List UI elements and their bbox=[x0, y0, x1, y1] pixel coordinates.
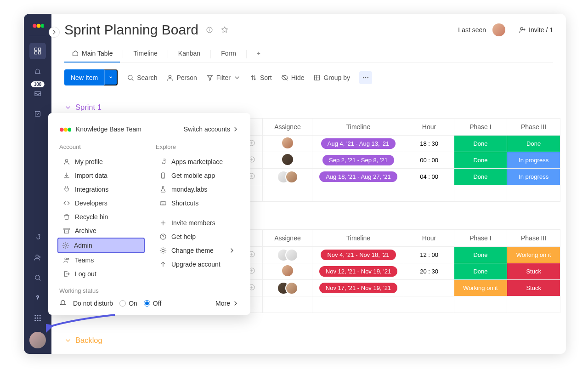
archive-icon bbox=[63, 227, 70, 234]
timeline-cell[interactable]: Aug 4, '21 - Aug 13, '21 bbox=[312, 136, 404, 152]
hour-cell[interactable]: 00 : 00 bbox=[404, 152, 454, 169]
timeline-cell[interactable]: Nov 12, '21 - Nov 19, '21 bbox=[312, 263, 404, 280]
invite-members-button[interactable] bbox=[29, 249, 46, 266]
phase3-cell[interactable]: In progress bbox=[507, 169, 560, 185]
menu-apps-marketplace[interactable]: Apps marketplace bbox=[156, 155, 239, 169]
phase1-cell[interactable]: Done bbox=[454, 263, 507, 280]
svg-point-9 bbox=[35, 275, 40, 279]
person-filter[interactable]: Person bbox=[166, 74, 197, 81]
my-work-button[interactable] bbox=[29, 105, 46, 122]
assignee-cell[interactable] bbox=[263, 152, 312, 169]
new-item-dropdown[interactable] bbox=[104, 69, 118, 85]
code-icon bbox=[63, 199, 70, 207]
tab-kanban[interactable]: Kanban bbox=[171, 46, 208, 63]
phase1-cell[interactable]: Working on it bbox=[454, 280, 507, 296]
switch-accounts-button[interactable]: Switch accounts bbox=[184, 125, 239, 133]
phase1-cell[interactable]: Done bbox=[454, 136, 507, 152]
search-button[interactable] bbox=[29, 269, 46, 286]
tab-main-table[interactable]: Main Table bbox=[64, 46, 120, 63]
assignee-cell[interactable] bbox=[263, 169, 312, 185]
menu-shortcuts[interactable]: Shortcuts bbox=[156, 196, 239, 210]
hour-cell[interactable]: 20 : 30 bbox=[404, 263, 454, 280]
col-phase1[interactable]: Phase I bbox=[454, 119, 507, 136]
phase3-cell[interactable]: Stuck bbox=[507, 280, 560, 296]
col-assignee[interactable]: Assignee bbox=[263, 119, 312, 136]
menu-integrations[interactable]: Integrations bbox=[59, 182, 143, 196]
col-hour[interactable]: Hour bbox=[404, 119, 454, 136]
filter-action[interactable]: Filter bbox=[206, 74, 241, 81]
svg-point-41 bbox=[68, 258, 69, 260]
notifications-button[interactable] bbox=[29, 63, 46, 80]
timeline-cell[interactable]: Aug 18, '21 - Aug 27, '21 bbox=[312, 169, 404, 185]
favorite-star-icon[interactable] bbox=[220, 26, 229, 34]
phase3-cell[interactable]: In progress bbox=[507, 152, 560, 169]
menu-labs[interactable]: monday.labs bbox=[156, 182, 239, 196]
info-icon[interactable] bbox=[206, 26, 213, 34]
status-on-option[interactable]: On bbox=[119, 300, 137, 307]
hide-action[interactable]: Hide bbox=[281, 74, 305, 81]
sort-action[interactable]: Sort bbox=[250, 74, 272, 81]
trash-icon bbox=[63, 213, 70, 221]
assignee-cell[interactable] bbox=[263, 136, 312, 152]
hour-cell[interactable]: 04 : 00 bbox=[404, 169, 454, 185]
search-action[interactable]: Search bbox=[127, 74, 157, 81]
menu-change-theme[interactable]: Change theme bbox=[156, 244, 239, 257]
plug-icon bbox=[63, 186, 70, 193]
group-by-action[interactable]: Group by bbox=[313, 74, 350, 81]
working-status-label: Working status bbox=[59, 287, 239, 294]
group-title-sprint1[interactable]: Sprint 1 bbox=[64, 103, 566, 112]
menu-logout[interactable]: Log out bbox=[59, 267, 143, 281]
menu-teams[interactable]: Teams bbox=[59, 253, 143, 267]
hour-cell[interactable]: 18 : 30 bbox=[404, 136, 454, 152]
menu-button[interactable] bbox=[29, 310, 46, 326]
menu-mobile-app[interactable]: Get mobile app bbox=[156, 169, 239, 182]
phase3-cell[interactable]: Working on it bbox=[507, 247, 560, 263]
keyboard-icon bbox=[159, 199, 167, 207]
invite-button[interactable]: Invite / 1 bbox=[519, 26, 553, 34]
assignee-cell[interactable] bbox=[263, 263, 312, 280]
apps-button[interactable] bbox=[29, 229, 46, 245]
add-view-button[interactable]: + bbox=[249, 46, 268, 63]
col-phase3[interactable]: Phase III bbox=[507, 119, 560, 136]
menu-my-profile[interactable]: My profile bbox=[59, 155, 143, 169]
phase3-cell[interactable]: Stuck bbox=[507, 263, 560, 280]
timeline-cell[interactable]: Nov 17, '21 - Nov 19, '21 bbox=[312, 280, 404, 296]
workspaces-button[interactable] bbox=[29, 43, 46, 59]
new-item-button[interactable]: New Item bbox=[64, 69, 104, 85]
menu-recycle-bin[interactable]: Recycle bin bbox=[59, 210, 143, 224]
phase3-cell[interactable]: Done bbox=[507, 136, 560, 152]
last-seen-avatar[interactable] bbox=[492, 23, 505, 36]
svg-point-1 bbox=[37, 24, 41, 28]
assignee-cell[interactable] bbox=[263, 280, 312, 296]
hour-cell[interactable]: 12 : 00 bbox=[404, 247, 454, 263]
svg-point-13 bbox=[40, 315, 41, 316]
menu-admin[interactable]: Admin bbox=[57, 238, 145, 253]
phase1-cell[interactable]: Done bbox=[454, 169, 507, 185]
timeline-cell[interactable]: Nov 4, '21 - Nov 18, '21 bbox=[312, 247, 404, 263]
logout-icon bbox=[63, 270, 70, 278]
phase1-cell[interactable]: Done bbox=[454, 247, 507, 263]
assignee-cell[interactable] bbox=[263, 247, 312, 263]
expand-sidebar-button[interactable] bbox=[49, 27, 60, 38]
menu-developers[interactable]: Developers bbox=[59, 196, 143, 210]
tab-timeline[interactable]: Timeline bbox=[126, 46, 164, 63]
menu-archive[interactable]: Archive bbox=[59, 224, 143, 238]
phase1-cell[interactable]: Done bbox=[454, 152, 507, 169]
menu-upgrade[interactable]: Upgrade account bbox=[156, 257, 239, 271]
col-timeline[interactable]: Timeline bbox=[312, 119, 404, 136]
tab-form[interactable]: Form bbox=[214, 46, 243, 63]
menu-invite-members[interactable]: Invite members bbox=[156, 216, 239, 230]
group-title-backlog[interactable]: Backlog bbox=[64, 336, 566, 345]
more-options-button[interactable] bbox=[359, 71, 372, 84]
menu-get-help[interactable]: Get help bbox=[156, 230, 239, 244]
plus-icon bbox=[159, 219, 167, 227]
timeline-cell[interactable]: Sep 2, '21 - Sep 8, '21 bbox=[312, 152, 404, 169]
profile-avatar[interactable] bbox=[29, 332, 46, 348]
status-off-option[interactable]: Off bbox=[144, 300, 161, 307]
menu-import-data[interactable]: Import data bbox=[59, 169, 143, 182]
hour-cell[interactable] bbox=[404, 280, 454, 296]
inbox-button[interactable]: 100 bbox=[29, 85, 46, 102]
status-more-button[interactable]: More bbox=[215, 300, 239, 307]
svg-rect-38 bbox=[64, 228, 69, 230]
help-button[interactable]: ? bbox=[29, 290, 46, 306]
